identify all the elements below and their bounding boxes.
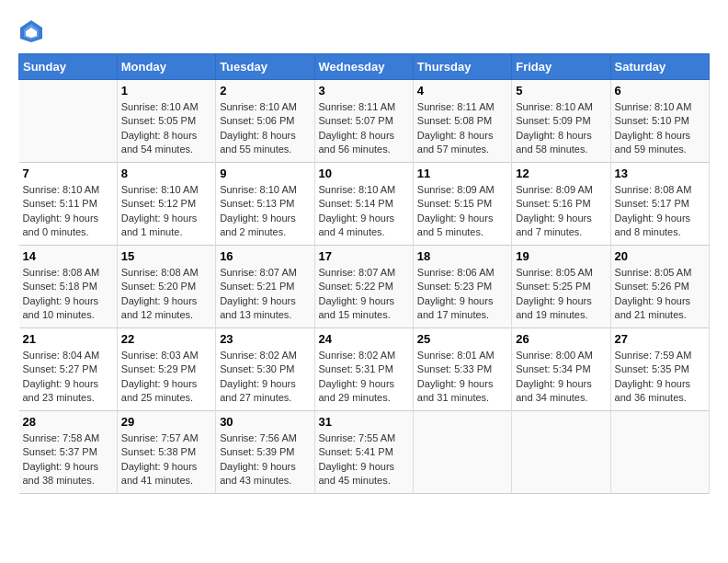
calendar-week-row: 21Sunrise: 8:04 AM Sunset: 5:27 PM Dayli…: [19, 328, 710, 411]
day-number: 3: [319, 84, 409, 98]
calendar-body: 1Sunrise: 8:10 AM Sunset: 5:05 PM Daylig…: [19, 80, 710, 494]
calendar-cell: 14Sunrise: 8:08 AM Sunset: 5:18 PM Dayli…: [19, 246, 118, 328]
calendar-week-row: 1Sunrise: 8:10 AM Sunset: 5:05 PM Daylig…: [19, 80, 710, 163]
calendar-cell: 21Sunrise: 8:04 AM Sunset: 5:27 PM Dayli…: [19, 328, 118, 411]
day-number: 30: [220, 415, 310, 429]
day-number: 26: [516, 332, 606, 346]
calendar-cell: 1Sunrise: 8:10 AM Sunset: 5:05 PM Daylig…: [117, 80, 215, 163]
day-number: 1: [121, 84, 211, 98]
header-saturday: Saturday: [610, 54, 709, 80]
day-number: 31: [319, 415, 409, 429]
day-number: 2: [220, 84, 310, 98]
calendar-cell: 15Sunrise: 8:08 AM Sunset: 5:20 PM Dayli…: [117, 246, 215, 328]
day-info: Sunrise: 8:10 AM Sunset: 5:09 PM Dayligh…: [516, 100, 606, 157]
day-info: Sunrise: 8:11 AM Sunset: 5:07 PM Dayligh…: [319, 100, 409, 157]
calendar-cell: 12Sunrise: 8:09 AM Sunset: 5:16 PM Dayli…: [512, 163, 610, 246]
calendar-cell: 11Sunrise: 8:09 AM Sunset: 5:15 PM Dayli…: [413, 163, 511, 246]
day-number: 4: [417, 84, 507, 98]
day-number: 12: [516, 167, 606, 180]
calendar-cell: [512, 411, 610, 494]
calendar-week-row: 14Sunrise: 8:08 AM Sunset: 5:18 PM Dayli…: [19, 246, 710, 328]
calendar-cell: 8Sunrise: 8:10 AM Sunset: 5:12 PM Daylig…: [117, 163, 215, 246]
day-number: 24: [319, 332, 409, 346]
header-wednesday: Wednesday: [314, 54, 413, 80]
calendar-cell: [610, 411, 709, 494]
day-info: Sunrise: 8:01 AM Sunset: 5:33 PM Dayligh…: [417, 349, 507, 406]
calendar-cell: 28Sunrise: 7:58 AM Sunset: 5:37 PM Dayli…: [19, 411, 118, 494]
calendar-cell: 29Sunrise: 7:57 AM Sunset: 5:38 PM Dayli…: [117, 411, 215, 494]
day-number: 25: [417, 332, 507, 346]
day-info: Sunrise: 7:58 AM Sunset: 5:37 PM Dayligh…: [23, 431, 113, 488]
day-info: Sunrise: 8:05 AM Sunset: 5:26 PM Dayligh…: [615, 266, 705, 323]
day-number: 17: [319, 249, 409, 263]
header-thursday: Thursday: [413, 54, 511, 80]
calendar-cell: 23Sunrise: 8:02 AM Sunset: 5:30 PM Dayli…: [216, 328, 314, 411]
day-number: 19: [516, 249, 606, 263]
calendar-cell: 25Sunrise: 8:01 AM Sunset: 5:33 PM Dayli…: [413, 328, 511, 411]
day-info: Sunrise: 7:57 AM Sunset: 5:38 PM Dayligh…: [121, 431, 211, 488]
day-info: Sunrise: 8:08 AM Sunset: 5:17 PM Dayligh…: [615, 183, 705, 240]
day-number: 9: [220, 167, 310, 180]
day-info: Sunrise: 8:10 AM Sunset: 5:06 PM Dayligh…: [220, 100, 310, 157]
day-info: Sunrise: 7:59 AM Sunset: 5:35 PM Dayligh…: [615, 349, 705, 406]
header-row: SundayMondayTuesdayWednesdayThursdayFrid…: [19, 54, 710, 80]
day-number: 14: [23, 249, 113, 263]
calendar-cell: 2Sunrise: 8:10 AM Sunset: 5:06 PM Daylig…: [216, 80, 314, 163]
day-info: Sunrise: 8:09 AM Sunset: 5:16 PM Dayligh…: [516, 183, 606, 240]
day-info: Sunrise: 8:08 AM Sunset: 5:18 PM Dayligh…: [23, 266, 113, 323]
day-info: Sunrise: 7:56 AM Sunset: 5:39 PM Dayligh…: [220, 431, 310, 488]
day-number: 28: [23, 415, 113, 429]
calendar-cell: 24Sunrise: 8:02 AM Sunset: 5:31 PM Dayli…: [314, 328, 413, 411]
calendar-cell: 10Sunrise: 8:10 AM Sunset: 5:14 PM Dayli…: [314, 163, 413, 246]
calendar-cell: 5Sunrise: 8:10 AM Sunset: 5:09 PM Daylig…: [512, 80, 610, 163]
calendar-cell: 26Sunrise: 8:00 AM Sunset: 5:34 PM Dayli…: [512, 328, 610, 411]
day-info: Sunrise: 8:05 AM Sunset: 5:25 PM Dayligh…: [516, 266, 606, 323]
calendar-cell: 27Sunrise: 7:59 AM Sunset: 5:35 PM Dayli…: [610, 328, 709, 411]
day-info: Sunrise: 8:10 AM Sunset: 5:11 PM Dayligh…: [23, 183, 113, 240]
calendar-cell: [19, 80, 118, 163]
calendar-week-row: 28Sunrise: 7:58 AM Sunset: 5:37 PM Dayli…: [19, 411, 710, 494]
day-info: Sunrise: 8:10 AM Sunset: 5:10 PM Dayligh…: [615, 100, 705, 157]
day-info: Sunrise: 8:10 AM Sunset: 5:13 PM Dayligh…: [220, 183, 310, 240]
day-info: Sunrise: 7:55 AM Sunset: 5:41 PM Dayligh…: [319, 431, 409, 488]
day-info: Sunrise: 8:08 AM Sunset: 5:20 PM Dayligh…: [121, 266, 211, 323]
day-number: 10: [319, 167, 409, 180]
logo-icon: [18, 18, 44, 44]
calendar-cell: 13Sunrise: 8:08 AM Sunset: 5:17 PM Dayli…: [610, 163, 709, 246]
calendar-cell: [413, 411, 511, 494]
calendar-cell: 18Sunrise: 8:06 AM Sunset: 5:23 PM Dayli…: [413, 246, 511, 328]
day-info: Sunrise: 8:07 AM Sunset: 5:22 PM Dayligh…: [319, 266, 409, 323]
calendar-cell: 30Sunrise: 7:56 AM Sunset: 5:39 PM Dayli…: [216, 411, 314, 494]
day-info: Sunrise: 8:07 AM Sunset: 5:21 PM Dayligh…: [220, 266, 310, 323]
day-number: 21: [23, 332, 113, 346]
day-info: Sunrise: 8:10 AM Sunset: 5:12 PM Dayligh…: [121, 183, 211, 240]
day-number: 23: [220, 332, 310, 346]
day-number: 29: [121, 415, 211, 429]
day-number: 13: [615, 167, 705, 180]
calendar-cell: 22Sunrise: 8:03 AM Sunset: 5:29 PM Dayli…: [117, 328, 215, 411]
day-number: 8: [121, 167, 211, 180]
calendar-cell: 31Sunrise: 7:55 AM Sunset: 5:41 PM Dayli…: [314, 411, 413, 494]
calendar-table: SundayMondayTuesdayWednesdayThursdayFrid…: [18, 53, 710, 494]
calendar-cell: 20Sunrise: 8:05 AM Sunset: 5:26 PM Dayli…: [610, 246, 709, 328]
day-info: Sunrise: 8:02 AM Sunset: 5:30 PM Dayligh…: [220, 349, 310, 406]
header-monday: Monday: [117, 54, 215, 80]
day-info: Sunrise: 8:03 AM Sunset: 5:29 PM Dayligh…: [121, 349, 211, 406]
day-info: Sunrise: 8:09 AM Sunset: 5:15 PM Dayligh…: [417, 183, 507, 240]
calendar-week-row: 7Sunrise: 8:10 AM Sunset: 5:11 PM Daylig…: [19, 163, 710, 246]
day-info: Sunrise: 8:02 AM Sunset: 5:31 PM Dayligh…: [319, 349, 409, 406]
calendar-cell: 16Sunrise: 8:07 AM Sunset: 5:21 PM Dayli…: [216, 246, 314, 328]
calendar-cell: 7Sunrise: 8:10 AM Sunset: 5:11 PM Daylig…: [19, 163, 118, 246]
day-info: Sunrise: 8:00 AM Sunset: 5:34 PM Dayligh…: [516, 349, 606, 406]
calendar-cell: 9Sunrise: 8:10 AM Sunset: 5:13 PM Daylig…: [216, 163, 314, 246]
calendar-header: SundayMondayTuesdayWednesdayThursdayFrid…: [19, 54, 710, 80]
calendar-cell: 6Sunrise: 8:10 AM Sunset: 5:10 PM Daylig…: [610, 80, 709, 163]
header-sunday: Sunday: [19, 54, 118, 80]
calendar-cell: 3Sunrise: 8:11 AM Sunset: 5:07 PM Daylig…: [314, 80, 413, 163]
day-number: 22: [121, 332, 211, 346]
header-tuesday: Tuesday: [216, 54, 314, 80]
day-info: Sunrise: 8:10 AM Sunset: 5:05 PM Dayligh…: [121, 100, 211, 157]
calendar-cell: 19Sunrise: 8:05 AM Sunset: 5:25 PM Dayli…: [512, 246, 610, 328]
day-number: 16: [220, 249, 310, 263]
day-number: 7: [23, 167, 113, 180]
